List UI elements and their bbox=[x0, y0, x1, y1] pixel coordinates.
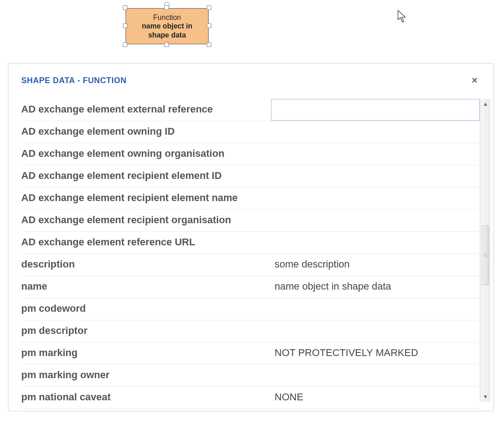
shape-name-line-2: shape data bbox=[148, 31, 186, 39]
property-row[interactable]: AD exchange element reference URL bbox=[21, 232, 480, 254]
property-value[interactable]: NOT PROTECTIVELY MARKED bbox=[271, 342, 480, 364]
shape-type-label: Function bbox=[153, 13, 181, 22]
property-row[interactable]: description some description bbox=[21, 254, 480, 276]
property-value[interactable] bbox=[271, 298, 480, 320]
property-row[interactable]: AD exchange element owning ID bbox=[21, 121, 480, 143]
scroll-up-button[interactable]: ▲ bbox=[481, 99, 490, 109]
property-row[interactable]: pm marking owner bbox=[21, 365, 480, 387]
property-row[interactable]: AD exchange element recipient organisati… bbox=[21, 210, 480, 232]
property-value[interactable] bbox=[271, 232, 480, 253]
scroll-down-button[interactable]: ▼ bbox=[481, 392, 490, 402]
vertical-scrollbar[interactable]: ▲ ▼ bbox=[480, 99, 490, 402]
resize-handle-middle-right[interactable] bbox=[207, 23, 211, 28]
scroll-thumb[interactable] bbox=[482, 225, 489, 285]
property-label: pm descriptor bbox=[21, 320, 271, 342]
resize-handle-bottom-right[interactable] bbox=[207, 42, 211, 47]
property-value[interactable]: NONE bbox=[271, 387, 480, 408]
property-row[interactable]: AD exchange element external reference bbox=[21, 99, 480, 121]
resize-handle-middle-left[interactable] bbox=[123, 23, 127, 28]
panel-title: SHAPE DATA - FUNCTION bbox=[21, 76, 126, 85]
chevron-up-icon: ▲ bbox=[483, 101, 488, 107]
shape-data-panel: SHAPE DATA - FUNCTION × AD exchange elem… bbox=[8, 63, 494, 411]
property-row[interactable]: pm codeword bbox=[21, 298, 480, 320]
property-row[interactable]: pm marking NOT PROTECTIVELY MARKED bbox=[21, 342, 480, 365]
resize-handle-bottom-middle[interactable] bbox=[164, 42, 169, 47]
property-value[interactable] bbox=[271, 165, 480, 187]
property-value[interactable] bbox=[271, 143, 480, 165]
property-row[interactable]: pm national caveat NONE bbox=[21, 387, 480, 409]
function-shape[interactable]: Function name object in shape data bbox=[126, 8, 209, 44]
property-label: AD exchange element external reference bbox=[21, 99, 271, 121]
close-button[interactable]: × bbox=[469, 75, 481, 86]
property-value-input[interactable] bbox=[271, 99, 480, 121]
chevron-down-icon: ▼ bbox=[483, 394, 488, 400]
property-row[interactable]: name name object in shape data bbox=[21, 276, 480, 298]
resize-handle-top-right[interactable] bbox=[207, 5, 211, 10]
resize-handle-top-left[interactable] bbox=[123, 5, 127, 10]
resize-handle-top-middle[interactable] bbox=[164, 5, 169, 10]
property-value[interactable]: some description bbox=[271, 254, 480, 276]
property-label: pm marking bbox=[21, 342, 271, 364]
property-row[interactable]: AD exchange element recipient element na… bbox=[21, 188, 480, 210]
property-row[interactable]: pm descriptor bbox=[21, 320, 480, 342]
property-value[interactable] bbox=[271, 121, 480, 143]
property-label: pm codeword bbox=[21, 298, 271, 320]
resize-handle-bottom-left[interactable] bbox=[123, 42, 127, 47]
panel-header: SHAPE DATA - FUNCTION × bbox=[9, 64, 493, 91]
property-label: description bbox=[21, 254, 271, 276]
panel-body: AD exchange element external reference A… bbox=[9, 91, 493, 402]
mouse-cursor-icon bbox=[397, 10, 407, 23]
canvas-area: Function name object in shape data bbox=[0, 0, 504, 63]
function-shape-selection[interactable]: Function name object in shape data bbox=[122, 5, 212, 48]
close-icon: × bbox=[472, 75, 478, 86]
property-row[interactable]: AD exchange element owning organisation bbox=[21, 143, 480, 165]
property-value[interactable] bbox=[271, 320, 480, 342]
property-value[interactable] bbox=[271, 188, 480, 209]
property-value[interactable] bbox=[271, 365, 480, 386]
property-label: AD exchange element recipient element ID bbox=[21, 165, 271, 187]
property-label: name bbox=[21, 276, 271, 298]
property-label: AD exchange element recipient organisati… bbox=[21, 210, 271, 231]
property-label: AD exchange element recipient element na… bbox=[21, 188, 271, 209]
property-label: AD exchange element owning organisation bbox=[21, 143, 271, 165]
property-row[interactable]: AD exchange element recipient element ID bbox=[21, 165, 480, 188]
property-label: pm national caveat bbox=[21, 387, 271, 408]
property-value[interactable] bbox=[271, 210, 480, 231]
shape-name-line-1: name object in bbox=[142, 22, 192, 30]
property-label: AD exchange element owning ID bbox=[21, 121, 271, 143]
property-value[interactable]: name object in shape data bbox=[271, 276, 480, 298]
property-label: pm marking owner bbox=[21, 365, 271, 386]
properties-grid: AD exchange element external reference A… bbox=[21, 99, 480, 402]
property-label: AD exchange element reference URL bbox=[21, 232, 271, 253]
